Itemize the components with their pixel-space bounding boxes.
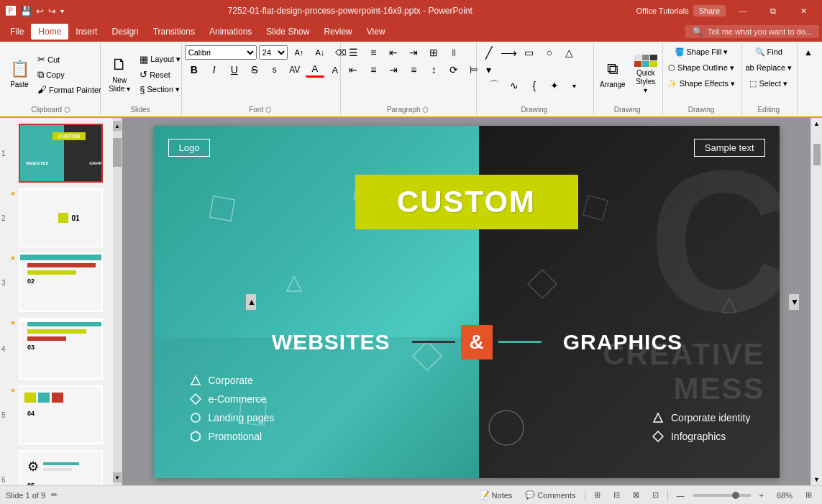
line-spacing-button[interactable]: ↕ — [424, 62, 443, 78]
zoom-in-button[interactable]: + — [755, 490, 768, 500]
office-tutorials-link[interactable]: Office Tutorials — [636, 6, 688, 15]
find-button[interactable]: 🔍 Find — [752, 45, 785, 59]
strikethrough-button[interactable]: S — [245, 62, 264, 78]
align-center-button[interactable]: ≡ — [364, 62, 383, 78]
bullets-button[interactable]: ☰ — [344, 45, 362, 60]
shape-triangle[interactable]: △ — [560, 45, 579, 60]
slide-thumb-6[interactable]: ⚙ 05 — [19, 450, 103, 485]
view-slideshow-button[interactable]: ⊡ — [648, 490, 663, 500]
decrease-indent-button[interactable]: ⇤ — [384, 45, 403, 60]
font-increase-button[interactable]: A↑ — [290, 45, 309, 60]
share-button[interactable]: Share — [693, 5, 726, 17]
shapes-expand[interactable]: ▾ — [565, 78, 584, 93]
restore-button[interactable]: ⧉ — [760, 0, 786, 22]
quick-redo[interactable]: ↪ — [48, 6, 56, 17]
text-direction-button[interactable]: ⟳ — [444, 62, 463, 78]
scroll-up-btn[interactable]: ▲ — [113, 121, 122, 131]
slide-thumb-2[interactable]: 01 — [19, 188, 103, 247]
panel-scrollbar[interactable]: ▲ ▼ — [113, 118, 122, 485]
shadow-button[interactable]: s — [265, 62, 284, 78]
font-color-button[interactable]: A — [306, 62, 324, 78]
shape-star[interactable]: ✦ — [545, 78, 564, 93]
slide-thumb-3[interactable]: 02 — [19, 253, 103, 312]
increase-indent-button[interactable]: ⇥ — [404, 45, 423, 60]
char-spacing-button[interactable]: AV — [286, 62, 304, 78]
font-size-select[interactable]: 24 — [259, 45, 288, 60]
format-painter-button[interactable]: 🖌 Format Painter — [35, 83, 104, 97]
replace-button[interactable]: ab Replace ▾ — [742, 60, 795, 75]
zoom-out-button[interactable]: — — [672, 490, 689, 500]
thumb-2-sq — [58, 213, 68, 223]
minimize-button[interactable]: — — [730, 0, 756, 22]
scroll-thumb[interactable] — [113, 138, 122, 167]
underline-button[interactable]: U — [225, 62, 244, 78]
menu-review[interactable]: Review — [316, 24, 359, 40]
align-right-button[interactable]: ⇥ — [384, 62, 403, 78]
menu-view[interactable]: View — [360, 24, 393, 40]
bold-button[interactable]: B — [185, 62, 204, 78]
font-decrease-button[interactable]: A↓ — [311, 45, 329, 60]
menu-file[interactable]: File — [3, 24, 31, 40]
new-slide-button[interactable]: 🗋 NewSlide ▾ — [104, 50, 135, 99]
canvas-scroll-left[interactable]: ▲ — [246, 294, 256, 310]
canvas-scroll-right[interactable]: ▼ — [789, 294, 799, 310]
slide-thumb-5[interactable]: 04 — [19, 385, 103, 444]
shape-rect[interactable]: ▭ — [520, 45, 539, 60]
italic-button[interactable]: I — [205, 62, 224, 78]
comments-button[interactable]: 💬 Comments — [521, 490, 580, 500]
layout-button[interactable]: ▦ Layout ▾ — [137, 52, 183, 67]
quick-save[interactable]: 💾 — [20, 6, 32, 17]
shape-circle[interactable]: ○ — [540, 45, 559, 60]
zoom-slider[interactable] — [693, 494, 751, 497]
edit-indicator[interactable]: ✏ — [51, 490, 58, 500]
menu-design[interactable]: Design — [104, 24, 145, 40]
quick-styles-button[interactable]: QuickStyles ▾ — [630, 50, 662, 99]
shape-more[interactable]: ▾ — [480, 62, 498, 76]
view-normal-button[interactable]: ⊞ — [590, 490, 605, 500]
font-name-select[interactable]: Calibri — [185, 45, 257, 60]
vscroll-down[interactable]: ▼ — [811, 474, 822, 485]
notes-button[interactable]: 📝 Notes — [475, 490, 517, 500]
search-help[interactable]: Tell me what you want to do... — [708, 27, 812, 36]
close-button[interactable]: ✕ — [790, 0, 816, 22]
shape-curve[interactable]: ⌒ — [485, 78, 503, 93]
scroll-down-btn[interactable]: ▼ — [113, 472, 122, 482]
menu-animations[interactable]: Animations — [202, 24, 259, 40]
numbering-button[interactable]: ≡ — [364, 45, 383, 60]
shape-outline-button[interactable]: ⬡ Shape Outline ▾ — [665, 60, 737, 75]
menu-home[interactable]: Home — [31, 24, 68, 40]
view-reading-button[interactable]: ⊠ — [629, 490, 644, 500]
reset-button[interactable]: ↺ Reset — [137, 68, 183, 82]
copy-button[interactable]: ⧉ Copy — [35, 68, 104, 82]
cut-button[interactable]: ✂ Cut — [35, 52, 104, 67]
slide-thumb-4[interactable]: 03 — [19, 318, 103, 380]
slide-thumb-1[interactable]: CUSTOM WEBSITES GRAPHICS — [19, 124, 103, 183]
shape-brace[interactable]: { — [525, 78, 544, 93]
section-button[interactable]: § Section ▾ — [137, 83, 183, 97]
smart-art-button[interactable]: ⊞ — [424, 45, 443, 60]
menu-insert[interactable]: Insert — [68, 24, 104, 40]
shape-arrow[interactable]: ⟶ — [500, 45, 519, 60]
fit-slide-button[interactable]: ⊞ — [801, 490, 816, 500]
collapse-ribbon-button[interactable]: ▲ — [799, 45, 818, 60]
vscroll-up[interactable]: ▲ — [811, 118, 822, 129]
paste-button[interactable]: 📋 Paste — [6, 50, 33, 99]
columns-button[interactable]: ⫴ — [444, 45, 463, 60]
logo-box[interactable]: Logo — [168, 139, 211, 157]
zoom-level[interactable]: 68% — [772, 490, 797, 500]
vscroll-thumb[interactable] — [813, 144, 821, 165]
justify-button[interactable]: ≡ — [404, 62, 423, 78]
menu-transitions[interactable]: Transitions — [146, 24, 202, 40]
menu-slideshow[interactable]: Slide Show — [259, 24, 316, 40]
custom-banner[interactable]: CUSTOM — [355, 175, 578, 229]
align-left-button[interactable]: ⇤ — [344, 62, 362, 78]
select-button[interactable]: ⬚ Select ▾ — [746, 76, 790, 91]
shape-freeform[interactable]: ∿ — [505, 78, 524, 93]
shape-effects-button[interactable]: ✨ Shape Effects ▾ — [665, 76, 738, 91]
shape-line[interactable]: ╱ — [480, 45, 498, 60]
quick-undo[interactable]: ↩ — [36, 6, 44, 17]
shape-fill-button[interactable]: 🪣 Shape Fill ▾ — [672, 45, 731, 59]
view-slide-sorter-button[interactable]: ⊟ — [609, 490, 624, 500]
sample-text-box[interactable]: Sample text — [694, 139, 765, 157]
arrange-button[interactable]: ⧉ Arrange — [597, 50, 629, 99]
